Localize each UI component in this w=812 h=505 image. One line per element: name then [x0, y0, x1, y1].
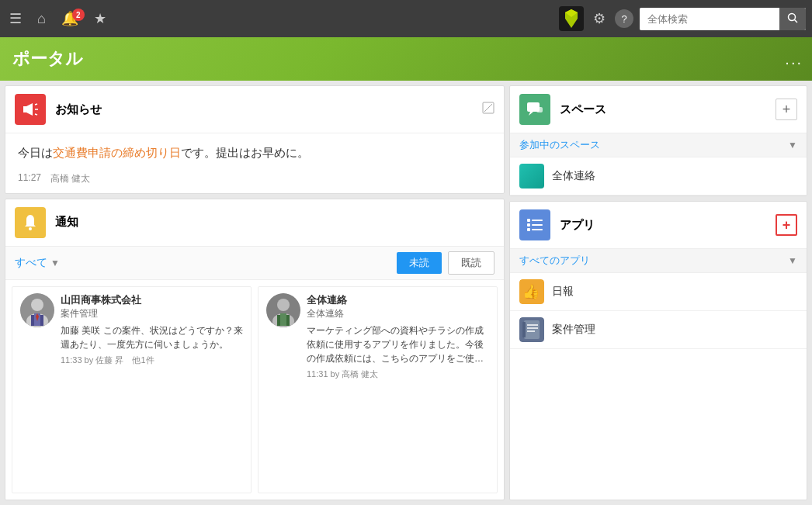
- gear-icon[interactable]: ⚙: [590, 7, 609, 30]
- home-icon[interactable]: ⌂: [34, 8, 49, 30]
- search-input[interactable]: [640, 9, 779, 29]
- search-button[interactable]: [779, 8, 806, 30]
- notice-author: 高橋 健太: [50, 172, 90, 185]
- daily-report-app-icon: 👍: [519, 279, 544, 304]
- portal-menu-button[interactable]: ...: [785, 50, 803, 68]
- notification-icon-box: [15, 207, 46, 238]
- spaces-title: スペース: [560, 102, 776, 117]
- space-item[interactable]: 全体連絡: [510, 157, 807, 195]
- app-icon-box: [519, 209, 550, 240]
- notification-item: 山田商事株式会社 案件管理 加藤 美咲 この案件、状況はどうですか？来週あたり、…: [12, 286, 252, 494]
- space-item-icon: [519, 164, 544, 189]
- apps-section-label: すべてのアプリ: [519, 254, 788, 268]
- bell-wrapper[interactable]: 🔔 2: [58, 10, 82, 27]
- notification-text: マーケティング部への資料やチラシの作成依頼に使用するアプリを作りました。今後の作…: [307, 323, 489, 365]
- notification-footer: 11:33 by 佐藤 昇 他1件: [61, 355, 243, 366]
- space-header: スペース +: [510, 86, 807, 133]
- svg-rect-31: [532, 224, 543, 226]
- menu-icon[interactable]: ☰: [6, 7, 25, 30]
- notification-time: 11:33: [61, 355, 82, 365]
- apps-title: アプリ: [560, 218, 776, 233]
- notice-link[interactable]: 交通費申請の締め切り日: [53, 146, 181, 159]
- notification-extra[interactable]: 他1件: [132, 355, 154, 365]
- apps-add-button[interactable]: +: [776, 214, 797, 236]
- portal-header: ポータル ...: [0, 37, 812, 81]
- svg-rect-38: [522, 322, 526, 337]
- edit-icon: [482, 102, 494, 114]
- notice-edit-button[interactable]: [482, 102, 494, 117]
- app-item[interactable]: 案件管理: [510, 311, 807, 349]
- notification-header: 通知: [5, 199, 504, 247]
- help-icon[interactable]: ?: [615, 9, 633, 28]
- app-item[interactable]: 👍 日報: [510, 273, 807, 311]
- notification-card: 通知 すべて ▼ 未読 既読: [5, 199, 505, 501]
- svg-rect-27: [536, 107, 543, 112]
- filter-unread-button[interactable]: 未読: [397, 252, 442, 274]
- notice-header: お知らせ: [5, 86, 504, 133]
- star-icon[interactable]: ★: [91, 7, 109, 30]
- notice-title: お知らせ: [55, 102, 482, 117]
- svg-line-10: [484, 104, 492, 112]
- spaces-icon: [526, 100, 544, 119]
- notification-items: 山田商事株式会社 案件管理 加藤 美咲 この案件、状況はどうですか？来週あたり、…: [5, 280, 504, 500]
- space-icon-box: [519, 94, 550, 125]
- app-item-name: 日報: [552, 285, 574, 299]
- space-card: スペース + 参加中のスペース ▼ 全体連絡: [509, 85, 807, 196]
- notification-company: 全体連絡: [307, 293, 489, 307]
- filter-all-label: すべて: [15, 256, 47, 270]
- svg-point-3: [789, 13, 796, 20]
- filter-all-button[interactable]: すべて ▼: [15, 256, 390, 270]
- page-title: ポータル: [12, 47, 83, 71]
- notice-footer: 11:27 高橋 健太: [5, 169, 504, 193]
- svg-point-11: [29, 227, 32, 230]
- notification-category: 全体連絡: [307, 307, 489, 320]
- notification-item: 全体連絡 全体連絡 マーケティング部への資料やチラシの作成依頼に使用するアプリを…: [258, 286, 498, 494]
- notice-body: 今日は交通費申請の締め切り日です。提出はお早めに。: [5, 133, 504, 169]
- top-nav: ☰ ⌂ 🔔 2 ★ ⚙ ?: [0, 0, 812, 37]
- notification-company: 山田商事株式会社: [61, 293, 243, 307]
- megaphone-icon: [21, 100, 40, 119]
- spaces-section-header: 参加中のスペース ▼: [510, 133, 807, 157]
- notification-title: 通知: [55, 215, 78, 230]
- left-panel: お知らせ 今日は交通費申請の締め切り日です。提出はお早めに。 11:27 高橋 …: [0, 81, 509, 505]
- kintone-logo: [559, 6, 584, 31]
- app-item-name: 案件管理: [552, 323, 595, 337]
- apps-icon: [526, 216, 544, 234]
- case-management-app-icon: [519, 317, 544, 342]
- avatar: [20, 293, 54, 327]
- app-card: アプリ + すべてのアプリ ▼ 👍 日報: [509, 201, 807, 500]
- search-wrapper: [640, 8, 806, 30]
- right-panel: スペース + 参加中のスペース ▼ 全体連絡: [509, 81, 812, 505]
- bell-badge: 2: [72, 9, 85, 21]
- notice-text-after: です。提出はお早めに。: [181, 146, 309, 159]
- notification-by: 高橋 健太: [342, 369, 378, 379]
- svg-point-20: [277, 299, 290, 311]
- notice-icon-box: [15, 94, 46, 125]
- notification-footer: 11:31 by 高橋 健太: [307, 368, 489, 380]
- filter-read-button[interactable]: 既読: [448, 251, 494, 275]
- notification-text: 加藤 美咲 この案件、状況はどうですか？来週あたり、一度先方に伺いましょうか。: [61, 323, 243, 351]
- svg-rect-30: [527, 223, 530, 227]
- svg-line-6: [35, 104, 37, 105]
- svg-rect-29: [532, 220, 543, 221]
- spaces-add-button[interactable]: +: [776, 99, 797, 120]
- apps-chevron-icon[interactable]: ▼: [788, 255, 797, 266]
- notice-card: お知らせ 今日は交通費申請の締め切り日です。提出はお早めに。 11:27 高橋 …: [5, 85, 505, 194]
- notice-text-before: 今日は: [18, 146, 53, 159]
- search-icon: [787, 12, 798, 23]
- svg-text:👍: 👍: [522, 283, 540, 300]
- svg-rect-24: [280, 313, 286, 326]
- svg-line-4: [795, 19, 798, 22]
- notification-by: 佐藤 昇: [95, 355, 123, 365]
- notification-bell-icon: [21, 213, 40, 232]
- svg-point-13: [31, 299, 43, 311]
- spaces-chevron-icon[interactable]: ▼: [788, 140, 797, 150]
- nav-right: ⚙ ?: [559, 6, 806, 31]
- notification-filter-bar: すべて ▼ 未読 既読: [5, 247, 504, 280]
- apps-section-header: すべてのアプリ ▼: [510, 249, 807, 273]
- notice-time: 11:27: [18, 172, 41, 185]
- person2-avatar-icon: [266, 293, 300, 327]
- main-content: お知らせ 今日は交通費申請の締め切り日です。提出はお早めに。 11:27 高橋 …: [0, 81, 812, 505]
- app-header: アプリ +: [510, 202, 807, 249]
- svg-rect-33: [532, 229, 543, 230]
